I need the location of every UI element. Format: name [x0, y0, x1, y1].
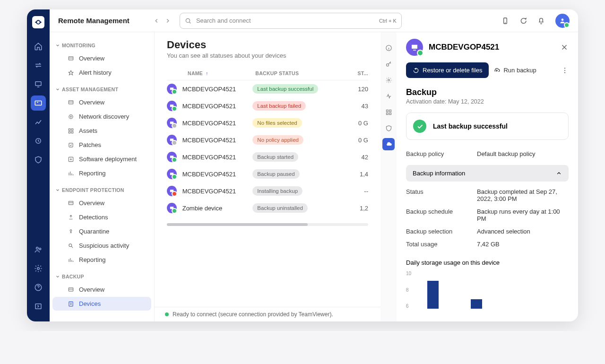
device-name-cell: Zombie device — [182, 205, 253, 212]
chart-bar — [471, 299, 482, 309]
main-content: Devices You can see all statuses about y… — [155, 9, 380, 321]
column-storage[interactable]: ST... — [342, 70, 368, 76]
sidebar-item-quarantine[interactable]: Quarantine — [52, 225, 151, 238]
restore-icon — [413, 67, 419, 74]
table-row[interactable]: Zombie device Backup uninstalled 1,2 — [167, 199, 368, 217]
close-button[interactable] — [560, 43, 569, 52]
svg-point-0 — [36, 20, 40, 24]
device-avatar — [406, 39, 423, 56]
nav-shield-icon[interactable] — [31, 152, 46, 167]
nav-analytics-icon[interactable] — [31, 114, 46, 130]
horizontal-scrollbar[interactable] — [167, 223, 368, 226]
column-name[interactable]: NAME ↑ — [167, 70, 255, 76]
nav-backup-icon[interactable] — [31, 95, 46, 111]
details-panel: MCBDEVGOP4521 Restore or delete files Ru… — [397, 9, 578, 321]
device-icon — [167, 118, 177, 128]
chart-bar — [427, 281, 439, 309]
table-row[interactable]: MCBDEVGOP4521 Backup paused 1,4 — [167, 165, 368, 182]
table-row[interactable]: MCBDEVGOP4521 Backup started 42 — [167, 148, 368, 165]
svg-point-23 — [69, 243, 72, 246]
run-backup-button[interactable]: Run backup — [493, 67, 536, 74]
svg-point-11 — [562, 18, 564, 21]
tab-shield-icon[interactable] — [382, 122, 395, 134]
chart-title: Daily storage usage on this device — [406, 259, 569, 266]
section-endpoint-protection[interactable]: ENDPOINT PROTECTION — [50, 184, 154, 196]
sidebar-item-overview[interactable]: Overview — [52, 95, 151, 109]
storage-cell: 0 G — [342, 120, 368, 127]
svg-rect-30 — [170, 156, 173, 158]
tab-cloud-icon[interactable] — [382, 138, 395, 150]
restore-button[interactable]: Restore or delete files — [406, 62, 489, 78]
more-actions-button[interactable] — [561, 67, 569, 74]
svg-point-35 — [386, 63, 389, 66]
tab-info-icon[interactable] — [382, 42, 395, 54]
sidebar-item-alert-history[interactable]: Alert history — [52, 66, 151, 79]
tab-monitor-icon[interactable] — [382, 90, 395, 102]
section-backup[interactable]: BACKUP — [50, 271, 154, 282]
app-logo — [32, 16, 44, 28]
sidebar-item-network-discovery[interactable]: Network discovery — [52, 110, 151, 123]
search-placeholder: Search and connect — [196, 17, 251, 24]
svg-rect-32 — [170, 190, 173, 192]
search-icon — [185, 17, 191, 24]
nav-help-icon[interactable] — [31, 280, 46, 295]
svg-point-44 — [564, 72, 565, 73]
svg-rect-18 — [71, 131, 73, 133]
svg-point-6 — [37, 268, 40, 270]
nav-devices-icon[interactable] — [31, 77, 46, 92]
status-badge: No policy applied — [252, 135, 303, 145]
tab-key-icon[interactable] — [382, 58, 395, 70]
table-row[interactable]: MCBDEVGOP4521 No policy applied 0 G — [167, 131, 368, 148]
search-input[interactable]: Search and connect Ctrl + K — [180, 13, 402, 29]
sidebar-item-detections[interactable]: Detections — [52, 210, 151, 224]
nav-expand-icon[interactable] — [31, 299, 46, 314]
user-avatar[interactable] — [555, 14, 570, 28]
forward-button[interactable] — [164, 17, 171, 24]
tab-settings-icon[interactable] — [382, 74, 395, 86]
cloud-up-icon — [493, 67, 500, 74]
sidebar-item-assets[interactable]: Assets — [52, 124, 151, 138]
svg-rect-41 — [412, 45, 417, 49]
nav-automation-icon[interactable] — [31, 133, 46, 148]
table-row[interactable]: MCBDEVGOP4521 Installing backup -- — [167, 182, 368, 199]
bell-icon[interactable] — [537, 17, 545, 25]
section-monitoring[interactable]: MONITORING — [50, 40, 154, 51]
nav-transfer-icon[interactable] — [31, 58, 46, 73]
column-status[interactable]: BACKUP STATUS — [255, 70, 342, 76]
table-row[interactable]: MCBDEVGOP4521 No files selected 0 G — [167, 114, 368, 131]
tab-grid-icon[interactable] — [382, 106, 395, 118]
nav-users-icon[interactable] — [31, 242, 46, 257]
nav-home-icon[interactable] — [31, 39, 46, 54]
chat-icon[interactable] — [519, 17, 527, 25]
device-name: MCBDEVGOP4521 — [429, 43, 499, 52]
sidebar-item-overview[interactable]: Overview — [52, 283, 151, 296]
check-icon — [413, 120, 426, 133]
back-button[interactable] — [153, 17, 160, 24]
device-icon — [167, 203, 177, 213]
status-badge: Last backup failed — [252, 101, 306, 111]
sidebar-item-overview[interactable]: Overview — [52, 196, 151, 210]
device-icon — [167, 101, 177, 111]
status-badge: Backup started — [252, 152, 298, 162]
sidebar-item-suspicious-activity[interactable]: Suspicious activity — [52, 239, 151, 252]
sidebar-item-overview[interactable]: Overview — [52, 52, 151, 65]
nav-settings-icon[interactable] — [31, 261, 46, 276]
sidebar-item-software-deployment[interactable]: Software deployment — [52, 152, 151, 166]
svg-rect-13 — [69, 100, 73, 104]
svg-point-22 — [70, 229, 72, 231]
section-asset-management[interactable]: ASSET MANAGEMENT — [50, 84, 154, 95]
svg-point-43 — [564, 69, 565, 70]
sidebar-item-devices[interactable]: Devices — [52, 297, 151, 311]
table-row[interactable]: MCBDEVGOP4521 Last backup failed 43 — [167, 97, 368, 114]
backup-info-accordion[interactable]: Backup information — [406, 165, 569, 182]
mobile-icon[interactable] — [501, 17, 509, 25]
svg-rect-37 — [386, 110, 388, 112]
sidebar-item-patches[interactable]: Patches — [52, 138, 151, 152]
history-nav — [153, 17, 171, 24]
svg-rect-1 — [35, 82, 41, 86]
table-row[interactable]: MCBDEVGOP4521 Last backup successful 120 — [167, 80, 368, 97]
sidebar-item-reporting[interactable]: Reporting — [52, 166, 151, 180]
sidebar-item-reporting[interactable]: Reporting — [52, 253, 151, 267]
storage-cell: 0 G — [342, 137, 368, 144]
svg-rect-39 — [386, 113, 388, 114]
